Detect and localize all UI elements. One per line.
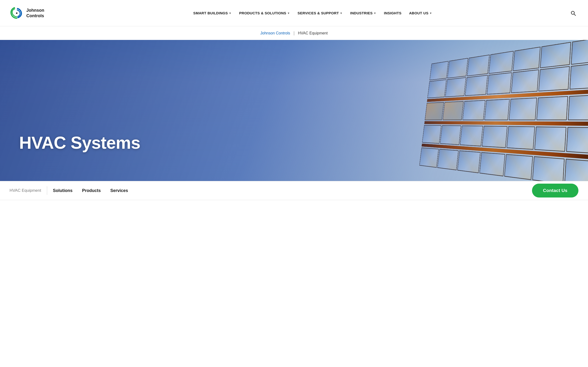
nav-divider (47, 186, 47, 195)
chevron-down-icon: ▼ (429, 12, 432, 15)
search-button[interactable] (568, 8, 579, 18)
breadcrumb-current-page: HVAC Equipment (298, 31, 328, 35)
search-icon (570, 10, 576, 16)
hero-section: HVAC Systems (0, 40, 588, 181)
nav-about-us[interactable]: ABOUT US ▼ (406, 9, 435, 17)
svg-line-2 (574, 14, 576, 16)
logo-link[interactable]: Johnson Controls (9, 6, 57, 20)
secondary-nav-items: Solutions Products Services (53, 187, 532, 194)
logo-icon (9, 6, 24, 20)
secondary-nav-services[interactable]: Services (110, 187, 128, 194)
nav-industries[interactable]: INDUSTRIES ▼ (347, 9, 380, 17)
section-label: HVAC Equipment (9, 188, 41, 193)
secondary-navigation: HVAC Equipment Solutions Products Servic… (0, 181, 588, 200)
hero-overlay (0, 40, 588, 181)
breadcrumb: Johnson Controls | HVAC Equipment (0, 26, 588, 40)
secondary-nav-solutions[interactable]: Solutions (53, 187, 72, 194)
nav-services-support[interactable]: SERVICES & SUPPORT ▼ (294, 9, 346, 17)
site-header: Johnson Controls SMART BUILDINGS ▼ PRODU… (0, 0, 588, 26)
logo-text: Johnson Controls (26, 8, 44, 18)
nav-smart-buildings[interactable]: SMART BUILDINGS ▼ (190, 9, 235, 17)
breadcrumb-separator: | (294, 31, 294, 36)
main-nav: SMART BUILDINGS ▼ PRODUCTS & SOLUTIONS ▼… (57, 9, 568, 17)
hero-title: HVAC Systems (19, 133, 140, 152)
secondary-nav-products[interactable]: Products (82, 187, 101, 194)
chevron-down-icon: ▼ (287, 12, 290, 15)
chevron-down-icon: ▼ (340, 12, 342, 15)
breadcrumb-home[interactable]: Johnson Controls (260, 31, 290, 35)
svg-point-0 (16, 12, 17, 14)
nav-products-solutions[interactable]: PRODUCTS & SOLUTIONS ▼ (236, 9, 293, 17)
chevron-down-icon: ▼ (229, 12, 231, 15)
nav-insights[interactable]: INSIGHTS (380, 9, 405, 17)
contact-us-button[interactable]: Contact Us (532, 184, 579, 198)
chevron-down-icon: ▼ (373, 12, 376, 15)
